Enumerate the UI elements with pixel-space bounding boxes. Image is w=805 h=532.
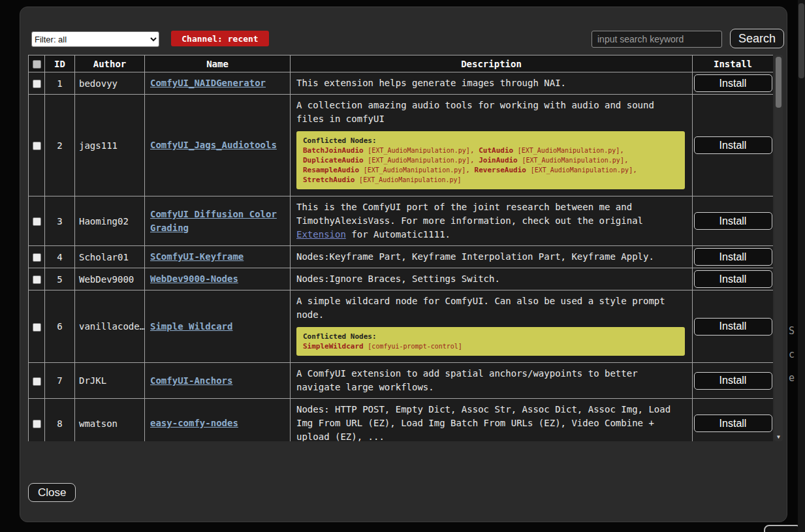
- description-text: Nodes:Ignore Braces, Settings Switch.: [296, 272, 686, 286]
- description-text: Nodes: HTTP POST, Empty Dict, Assoc Str,…: [296, 403, 686, 441]
- row-select-cell: [29, 72, 45, 95]
- header-name: Name: [145, 55, 291, 72]
- description-link[interactable]: Extension: [296, 229, 346, 240]
- row-install-cell: Install: [693, 363, 774, 399]
- row-author: wmatson: [75, 399, 145, 442]
- row-name-cell: SComfyUI-Keyframe: [145, 246, 291, 268]
- row-select-cell: [29, 95, 45, 196]
- node-name-link[interactable]: ComfyUI_Jags_Audiotools: [150, 140, 277, 150]
- node-name-link[interactable]: SComfyUI-Keyframe: [150, 251, 244, 262]
- node-name-link[interactable]: ComfyUI_NAIDGenerator: [150, 78, 266, 88]
- row-select-checkbox[interactable]: [33, 323, 41, 332]
- description-text-after: for Automatic1111.: [346, 229, 450, 240]
- row-id: 8: [45, 399, 75, 442]
- table-row: 8wmatsoneasy-comfy-nodesNodes: HTTP POST…: [29, 399, 774, 442]
- header-author: Author: [75, 55, 145, 72]
- table-row: 5WebDev9000WebDev9000-NodesNodes:Ignore …: [29, 268, 774, 290]
- table-scrollbar[interactable]: ▼: [774, 55, 783, 441]
- conflict-node-source: [EXT_AudioManipulation.py]: [531, 166, 633, 174]
- row-select-checkbox[interactable]: [33, 420, 41, 428]
- install-button[interactable]: Install: [694, 318, 772, 336]
- install-button[interactable]: Install: [694, 372, 772, 390]
- row-select-checkbox[interactable]: [33, 253, 41, 262]
- conflict-node-name: JoinAudio: [479, 156, 518, 164]
- row-install-cell: Install: [693, 268, 774, 290]
- node-name-link[interactable]: WebDev9000-Nodes: [150, 274, 238, 284]
- row-select-checkbox[interactable]: [33, 142, 41, 150]
- description-text: A collection amazing audio tools for wor…: [296, 99, 686, 126]
- conflict-node-name: StretchAudio: [303, 176, 355, 184]
- row-name-cell: ComfyUI_NAIDGenerator: [145, 72, 291, 95]
- install-button[interactable]: Install: [694, 270, 772, 288]
- conflict-node-name: SimpleWildcard: [303, 342, 364, 351]
- node-name-link[interactable]: easy-comfy-nodes: [150, 418, 238, 428]
- search-input[interactable]: [592, 31, 722, 48]
- table-scrollbar-thumb[interactable]: [776, 57, 781, 108]
- table-row: 6vanillacode…Simple WildcardA simple wil…: [29, 290, 774, 363]
- row-select-cell: [29, 290, 45, 363]
- row-description-cell: Nodes: HTTP POST, Empty Dict, Assoc Str,…: [291, 399, 693, 442]
- scroll-down-arrow-icon[interactable]: ▼: [774, 434, 783, 440]
- row-id: 6: [45, 290, 75, 363]
- node-name-link[interactable]: Simple Wildcard: [150, 321, 232, 332]
- install-button[interactable]: Install: [694, 74, 772, 92]
- table-header-row: ID Author Name Description Install: [29, 55, 774, 72]
- conflict-node-name: ResampleAudio: [303, 166, 359, 174]
- conflict-node-name: ReverseAudio: [475, 166, 526, 174]
- conflict-node-source: [EXT_AudioManipulation.py]: [364, 166, 466, 174]
- search-button[interactable]: Search: [730, 29, 784, 48]
- row-select-cell: [29, 363, 45, 399]
- close-button[interactable]: Close: [28, 483, 76, 502]
- conflict-warning-box: Conflicted Nodes:SimpleWildcard [comfyui…: [296, 327, 685, 356]
- row-id: 5: [45, 268, 75, 290]
- page-scrollbar-thumb[interactable]: [798, 3, 804, 78]
- row-description-cell: This is the ComfyUI port of the joint re…: [291, 196, 693, 246]
- row-description-cell: Nodes:Keyframe Part, Keyframe Interpolat…: [291, 246, 693, 268]
- conflict-items: BatchJoinAudio [EXT_AudioManipulation.py…: [303, 146, 678, 185]
- comfyui-page: Sce Filter: all Channel: recent Search: [0, 0, 805, 532]
- row-install-cell: Install: [693, 95, 774, 196]
- row-name-cell: ComfyUI Diffusion Color Grading: [145, 196, 291, 246]
- row-select-checkbox[interactable]: [33, 377, 41, 386]
- header-id: ID: [45, 55, 75, 72]
- select-all-checkbox[interactable]: [33, 60, 41, 69]
- description-text: A simple wildcard node for ComfyUI. Can …: [296, 294, 686, 322]
- install-button[interactable]: Install: [694, 415, 772, 432]
- install-custom-nodes-dialog: Filter: all Channel: recent Search: [20, 7, 787, 522]
- row-description-cell: A simple wildcard node for ComfyUI. Can …: [291, 290, 693, 363]
- row-author: jags111: [75, 95, 145, 196]
- row-author: bedovyy: [75, 72, 145, 95]
- conflict-title: Conflicted Nodes:: [303, 136, 678, 146]
- conflict-node-source: [EXT_AudioManipulation.py]: [368, 147, 470, 154]
- row-select-checkbox[interactable]: [33, 217, 41, 226]
- table-row: 1bedovyyComfyUI_NAIDGeneratorThis extens…: [29, 72, 774, 95]
- description-text: This is the ComfyUI port of the joint re…: [296, 200, 686, 242]
- row-name-cell: ComfyUI_Jags_Audiotools: [145, 95, 291, 196]
- row-select-checkbox[interactable]: [33, 275, 41, 284]
- row-author: WebDev9000: [75, 268, 145, 290]
- filter-select[interactable]: Filter: all: [31, 31, 159, 47]
- row-select-cell: [29, 246, 45, 268]
- row-id: 3: [45, 196, 75, 246]
- install-button[interactable]: Install: [694, 212, 772, 230]
- channel-badge[interactable]: Channel: recent: [171, 31, 269, 46]
- page-scrollbar[interactable]: [798, 0, 805, 532]
- header-install: Install: [693, 55, 774, 72]
- row-author: Haoming02: [75, 196, 145, 246]
- install-button[interactable]: Install: [694, 136, 772, 154]
- row-description-cell: This extension helps generate images thr…: [291, 72, 693, 95]
- row-select-checkbox[interactable]: [33, 80, 41, 88]
- conflict-node-source: [comfyui-prompt-control]: [368, 343, 462, 350]
- row-select-cell: [29, 399, 45, 442]
- node-name-link[interactable]: ComfyUI Diffusion Color Grading: [150, 209, 277, 233]
- table-row: 3Haoming02ComfyUI Diffusion Color Gradin…: [29, 196, 774, 246]
- node-name-link[interactable]: ComfyUI-Anchors: [150, 375, 232, 386]
- row-id: 4: [45, 246, 75, 268]
- conflict-node-source: [EXT_AudioManipulation.py]: [368, 157, 470, 164]
- table-row: 2jags111ComfyUI_Jags_AudiotoolsA collect…: [29, 95, 774, 196]
- row-author: DrJKL: [75, 363, 145, 399]
- row-install-cell: Install: [693, 196, 774, 246]
- install-button[interactable]: Install: [694, 248, 772, 266]
- table-viewport: ID Author Name Description Install 1bedo…: [28, 55, 773, 441]
- conflict-title: Conflicted Nodes:: [303, 332, 678, 341]
